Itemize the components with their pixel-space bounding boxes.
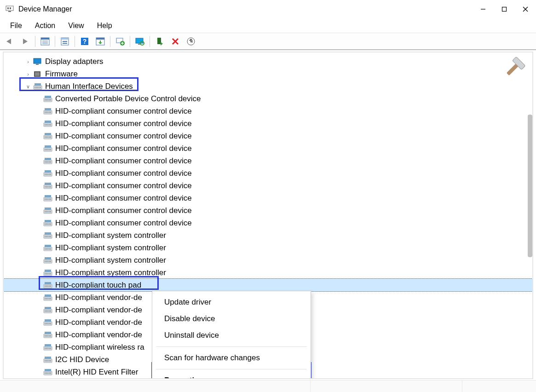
tree-category[interactable]: ›Firmware (4, 68, 532, 80)
device-icon (43, 369, 52, 376)
tree-item[interactable]: HID-compliant consumer control device (4, 167, 532, 179)
svg-rect-87 (49, 173, 50, 175)
tree-item[interactable]: HID-compliant system controller (4, 229, 532, 242)
svg-rect-148 (46, 285, 47, 287)
svg-rect-186 (50, 347, 51, 349)
svg-rect-110 (45, 208, 51, 210)
tree-item[interactable]: HID-compliant touch pad (4, 279, 532, 291)
svg-rect-5 (502, 7, 507, 12)
tree-item[interactable]: HID-compliant consumer control device (4, 204, 532, 217)
back-button[interactable] (3, 35, 17, 48)
device-icon (43, 356, 52, 363)
toolbar: ? (0, 33, 536, 50)
svg-rect-178 (49, 335, 50, 337)
show-hidden-button[interactable] (184, 35, 198, 48)
svg-rect-131 (45, 245, 51, 247)
svg-rect-168 (45, 323, 46, 324)
tree-item[interactable]: HID-compliant consumer control device (4, 142, 532, 155)
context-menu-item[interactable]: Update driver (152, 294, 311, 311)
svg-rect-2 (10, 7, 11, 9)
context-menu-item[interactable]: Scan for hardware changes (152, 350, 311, 366)
tree-category[interactable]: ›Display adapters (4, 55, 532, 68)
device-tree-pane: ›Display adapters›Firmware∨Human Interfa… (3, 52, 533, 379)
svg-rect-65 (47, 136, 48, 138)
svg-rect-71 (46, 149, 47, 150)
device-icon (43, 219, 52, 227)
forward-button[interactable] (18, 35, 32, 48)
scan-monitor-button[interactable] (133, 35, 147, 48)
tree-item[interactable]: Converted Portable Device Control device (4, 92, 532, 105)
tree-item[interactable]: HID-compliant consumer control device (4, 217, 532, 229)
menu-file[interactable]: File (5, 20, 28, 32)
svg-rect-141 (46, 273, 47, 275)
svg-rect-117 (45, 220, 51, 222)
menu-action[interactable]: Action (29, 20, 61, 32)
title-bar: Device Manager (0, 0, 536, 18)
svg-rect-80 (49, 161, 50, 163)
tree-item[interactable]: HID-compliant system controller (4, 266, 532, 279)
tree-item[interactable]: HID-compliant consumer control device (4, 155, 532, 167)
svg-rect-91 (45, 186, 46, 188)
minimize-button[interactable] (473, 0, 494, 18)
app-icon (6, 5, 14, 13)
svg-rect-159 (45, 294, 51, 297)
tree-item-label: I2C HID Device (55, 354, 109, 366)
tree-item[interactable]: HID-compliant consumer control device (4, 117, 532, 130)
tree-item[interactable]: HID-compliant system controller (4, 254, 532, 266)
tree-item-label: HID-compliant consumer control device (55, 217, 192, 229)
toolbar-separator (75, 36, 75, 47)
svg-rect-199 (49, 372, 50, 374)
expander-icon[interactable]: ∨ (25, 81, 31, 92)
svg-rect-95 (50, 186, 51, 188)
show-tree-button[interactable] (38, 35, 52, 48)
tree-item[interactable]: HID-compliant consumer control device (4, 105, 532, 117)
device-category-icon (33, 58, 42, 65)
svg-rect-66 (49, 136, 50, 138)
svg-rect-93 (47, 186, 48, 188)
status-bar (0, 380, 536, 392)
context-menu-item[interactable]: Disable device (152, 311, 311, 327)
svg-rect-126 (45, 248, 46, 250)
tree-item[interactable]: HID-compliant system controller (4, 242, 532, 254)
svg-rect-75 (45, 145, 51, 148)
delete-button[interactable] (168, 35, 182, 48)
properties-page-button[interactable] (58, 35, 72, 48)
svg-rect-151 (50, 285, 51, 287)
svg-rect-79 (47, 161, 48, 163)
enable-device-button[interactable] (153, 35, 167, 48)
tree-item[interactable]: HID-compliant consumer control device (4, 130, 532, 142)
svg-rect-120 (46, 236, 47, 237)
svg-rect-81 (50, 161, 51, 163)
svg-rect-171 (49, 323, 50, 324)
menu-view[interactable]: View (63, 20, 89, 32)
expander-icon[interactable]: › (25, 68, 31, 80)
svg-rect-152 (45, 282, 51, 284)
install-legacy-button[interactable] (113, 35, 127, 48)
menu-help[interactable]: Help (92, 20, 118, 32)
help-button[interactable]: ? (78, 35, 92, 48)
tree-item[interactable]: HID-compliant consumer control device (4, 192, 532, 204)
device-icon (43, 244, 52, 252)
expander-icon[interactable]: › (25, 56, 31, 68)
svg-rect-121 (47, 236, 48, 237)
svg-rect-60 (50, 124, 51, 126)
device-icon (43, 170, 52, 177)
device-icon (43, 306, 52, 314)
device-icon (43, 120, 52, 127)
context-menu-item[interactable]: Properties (152, 372, 311, 379)
close-button[interactable] (515, 0, 536, 18)
tree-item[interactable]: HID-compliant consumer control device (4, 179, 532, 192)
svg-rect-16 (63, 43, 67, 44)
tree-category[interactable]: ∨Human Interface Devices (4, 80, 532, 92)
menu-bar: File Action View Help (0, 18, 536, 33)
maximize-button[interactable] (494, 0, 515, 18)
svg-rect-78 (46, 161, 47, 163)
update-driver-button[interactable] (93, 35, 107, 48)
device-icon (43, 207, 52, 214)
svg-rect-114 (47, 223, 48, 225)
tree-item-label: HID-compliant wireless ra (55, 341, 144, 353)
tree-item-label: HID-compliant vendor-de (55, 292, 142, 304)
svg-rect-156 (47, 298, 48, 300)
context-menu-item[interactable]: Uninstall device (152, 327, 311, 344)
svg-rect-86 (47, 173, 48, 175)
